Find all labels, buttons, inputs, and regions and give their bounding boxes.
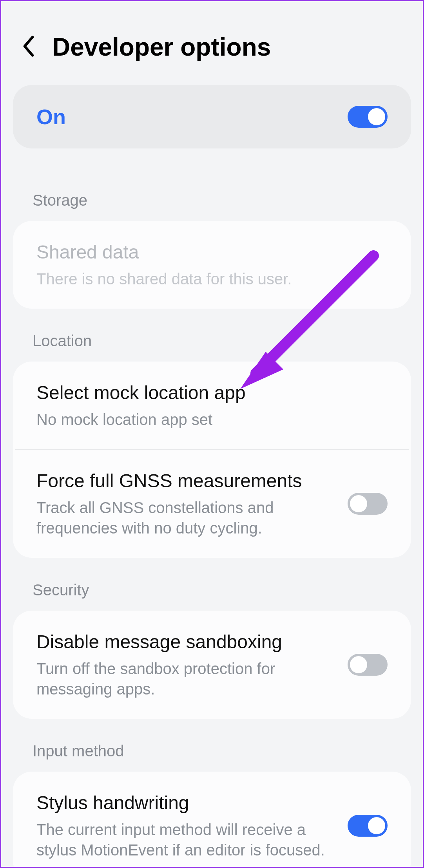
annotation-arrow-icon	[228, 248, 385, 397]
master-toggle[interactable]	[348, 106, 388, 128]
master-toggle-row[interactable]: On	[13, 85, 411, 148]
row-sandbox[interactable]: Disable message sandboxing Turn off the …	[13, 611, 411, 719]
row-title: Disable message sandboxing	[36, 630, 336, 654]
svg-line-0	[256, 256, 373, 373]
section-label-input: Input method	[13, 731, 411, 772]
card-security: Disable message sandboxing Turn off the …	[13, 611, 411, 719]
row-gnss[interactable]: Force full GNSS measurements Track all G…	[15, 449, 409, 558]
page-header: Developer options	[13, 13, 411, 85]
sandbox-toggle[interactable]	[348, 654, 388, 676]
row-title: Stylus handwriting	[36, 791, 336, 815]
card-input: Stylus handwriting The current input met…	[13, 772, 411, 868]
row-sub: The current input method will receive a …	[36, 819, 336, 860]
section-label-storage: Storage	[13, 180, 411, 221]
row-stylus[interactable]: Stylus handwriting The current input met…	[13, 772, 411, 868]
back-button[interactable]	[21, 34, 36, 60]
row-sub: No mock location app set	[36, 409, 388, 430]
stylus-toggle[interactable]	[348, 815, 388, 837]
chevron-left-icon	[21, 34, 36, 58]
row-sub: Turn off the sandbox protection for mess…	[36, 658, 336, 699]
page-title: Developer options	[52, 33, 271, 61]
gnss-toggle[interactable]	[348, 493, 388, 515]
row-sub: Track all GNSS constellations and freque…	[36, 497, 336, 538]
section-label-security: Security	[13, 570, 411, 611]
master-toggle-label: On	[36, 105, 66, 129]
row-title: Force full GNSS measurements	[36, 469, 336, 493]
